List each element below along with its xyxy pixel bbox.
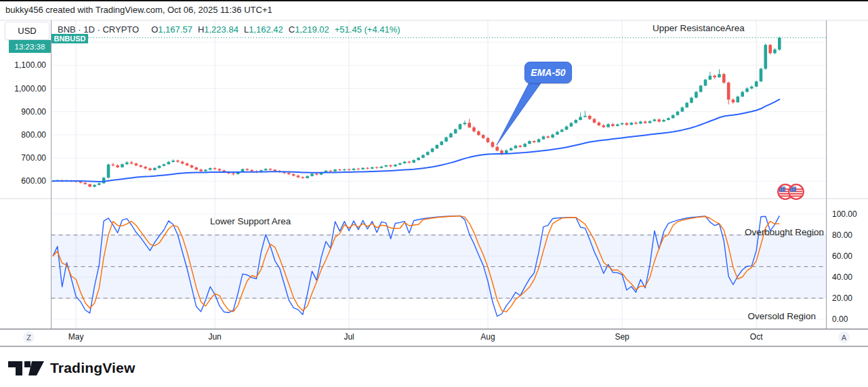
symbol-legend[interactable]: BNB · 1D · CRYPTOO1,167.57H1,223.84L1,16… xyxy=(58,24,400,35)
candlesticks xyxy=(51,37,781,188)
auto-scale-button[interactable]: A xyxy=(838,331,850,343)
symbol-price-badge: BNBUSD xyxy=(51,34,88,43)
low-value: 1,162.42 xyxy=(249,24,283,35)
oscillator-tick-label: 80.00 xyxy=(832,230,852,240)
overbought-annotation[interactable]: Overbought Region xyxy=(745,227,824,237)
close-label: C xyxy=(289,24,295,35)
tradingview-chart-page: bukky456 created with TradingView.com, O… xyxy=(0,0,868,387)
month-tick-label: May xyxy=(66,332,86,342)
price-tick-label: 800.00 xyxy=(4,130,46,140)
oscillator-tick-label: 20.00 xyxy=(832,293,852,303)
oscillator-tick-label: 100.00 xyxy=(832,209,857,219)
symbol-interval-market: BNB · 1D · CRYPTO xyxy=(58,24,139,35)
price-gridlines xyxy=(51,42,827,181)
upper-resistance-annotation[interactable]: Upper ResistanceArea xyxy=(653,23,745,33)
change-value: +51.45 (+4.41%) xyxy=(335,24,400,35)
month-tick-label: Jun xyxy=(205,332,225,342)
month-tick-label: Jul xyxy=(339,332,359,342)
price-tick-label: 1,100.00 xyxy=(4,60,46,70)
close-value: 1,219.02 xyxy=(295,24,329,35)
tradingview-logo[interactable]: TradingView xyxy=(8,358,136,378)
ema-callout-tail[interactable] xyxy=(497,81,542,145)
time-axis[interactable] xyxy=(0,329,868,346)
price-tick-label: 900.00 xyxy=(4,107,46,117)
oscillator-tick-label: 40.00 xyxy=(832,272,852,282)
oscillator-tick-label: 0.00 xyxy=(832,314,848,324)
oversold-annotation[interactable]: Oversold Region xyxy=(747,311,816,321)
high-label: H xyxy=(198,24,204,35)
ema-50-callout[interactable]: EMA-50 xyxy=(524,62,572,83)
lower-support-annotation[interactable]: Lower Support Area xyxy=(210,216,291,226)
month-tick-label: Sep xyxy=(612,332,632,342)
flags-sticker-icon[interactable] xyxy=(778,184,804,199)
oscillator-tick-label: 60.00 xyxy=(832,251,852,261)
tradingview-logo-text: TradingView xyxy=(50,360,136,376)
month-tick-label: Oct xyxy=(746,332,766,342)
open-label: O xyxy=(151,24,158,35)
timezone-button[interactable]: Z xyxy=(23,331,35,343)
price-tick-label: 700.00 xyxy=(4,153,46,163)
price-tick-label: 600.00 xyxy=(4,176,46,186)
high-value: 1,223.84 xyxy=(204,24,239,35)
month-tick-label: Aug xyxy=(478,332,498,342)
open-value: 1,167.57 xyxy=(158,24,192,35)
price-tick-label: 1,000.00 xyxy=(4,84,46,94)
tradingview-logomark xyxy=(8,358,45,378)
